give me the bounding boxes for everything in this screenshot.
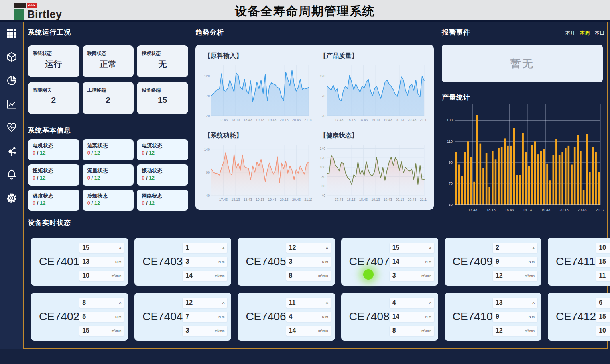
svg-text:19:13: 19:13 [256, 198, 264, 202]
sidebar-item-trend[interactable] [5, 98, 18, 112]
status-card: 设备终端15 [137, 82, 188, 114]
alarm-tab[interactable]: 本周 [580, 30, 590, 37]
device-card[interactable]: CE741013A9N·m12m³/min [445, 293, 541, 341]
device-card[interactable]: CE740611A4N·m14m³/min [238, 293, 335, 341]
device-values: 15A14N·m3m³/min [390, 243, 434, 281]
device-value-row: 8m³/min [390, 326, 434, 336]
device-values: 13A9N·m12m³/min [493, 298, 537, 336]
sidebar [0, 22, 23, 349]
panel-alarm-production: 报警事件 本月本周本日 暂无 产量统计 50709011013017:4318:… [442, 28, 604, 213]
svg-text:18:43: 18:43 [359, 198, 368, 202]
device-unit: m³/min [112, 329, 121, 333]
device-value: 11 [289, 299, 296, 306]
device-value-row: 12m³/min [493, 326, 537, 336]
device-value-row: 13A [493, 298, 537, 308]
info-separator: / [35, 200, 40, 206]
info-card-counts: 0 / 12 [33, 200, 79, 206]
sidebar-item-health[interactable] [5, 121, 18, 135]
svg-text:130: 130 [447, 118, 453, 122]
svg-text:90: 90 [206, 170, 210, 174]
device-card[interactable]: CE741110A15N·m11m³/min [548, 238, 610, 286]
svg-text:17:43: 17:43 [335, 118, 344, 122]
svg-text:17:43: 17:43 [219, 198, 228, 202]
device-card[interactable]: CE74092A9N·m12m³/min [445, 238, 541, 286]
svg-text:18:43: 18:43 [505, 208, 514, 212]
svg-text:140: 140 [320, 146, 325, 150]
production-title: 产量统计 [442, 93, 470, 102]
info-card: 扭矩状态0 / 12 [28, 164, 79, 186]
svg-text:21:13: 21:13 [304, 118, 312, 122]
info-card-counts: 0 / 12 [142, 150, 188, 156]
device-value: 12 [496, 327, 503, 334]
trend-chart-title: 【健康状态】 [320, 131, 428, 140]
device-values: 4A14N·m8m³/min [390, 298, 434, 336]
device-indicator-dot [363, 269, 374, 280]
device-card[interactable]: CE740512A3N·m8m³/min [238, 238, 335, 286]
device-card[interactable]: CE74031A3N·m14m³/min [134, 238, 231, 286]
svg-text:21:13: 21:13 [420, 118, 427, 122]
info-total: 12 [149, 175, 154, 181]
svg-text:80: 80 [322, 174, 326, 178]
device-value-row: 14N·m [390, 257, 434, 267]
info-current: 0 [142, 150, 144, 156]
device-name: CE7407 [349, 255, 390, 268]
sidebar-item-analytics[interactable] [5, 74, 18, 88]
device-value-row: 15N·m [596, 257, 610, 267]
device-card[interactable]: CE740412A7N·m3m³/min [134, 293, 231, 341]
device-value-row: 15N·m [596, 312, 610, 322]
device-value: 8 [289, 272, 293, 279]
info-current: 0 [87, 200, 90, 206]
sidebar-item-network[interactable] [5, 145, 18, 159]
sidebar-item-alarms[interactable] [5, 168, 18, 182]
info-card-label: 网络状态 [142, 192, 188, 200]
device-card[interactable]: CE74084A14N·m8m³/min [341, 293, 438, 341]
device-value-row: 9N·m [493, 312, 537, 322]
device-unit: A [119, 301, 121, 305]
device-card[interactable]: CE740115A13N·m10m³/min [31, 238, 128, 286]
svg-text:20:13: 20:13 [559, 208, 569, 212]
device-card[interactable]: CE74028A5N·m15m³/min [31, 293, 128, 341]
info-separator: / [145, 150, 149, 156]
device-value: 3 [185, 327, 189, 334]
device-values: 1A3N·m14m³/min [183, 243, 227, 281]
alarm-tab[interactable]: 本月 [565, 30, 575, 37]
alarm-tab[interactable]: 本日 [595, 30, 604, 37]
device-value: 13 [82, 258, 89, 265]
svg-text:50: 50 [449, 203, 453, 207]
sidebar-item-settings[interactable] [5, 192, 18, 205]
info-card-label: 电机状态 [33, 142, 79, 149]
svg-text:40: 40 [322, 194, 326, 198]
device-name: CE7406 [246, 310, 286, 323]
svg-text:70: 70 [449, 182, 453, 186]
device-values: 12A3N·m8m³/min [286, 243, 331, 281]
alarm-empty-card: 暂无 [442, 45, 603, 82]
device-value: 15 [599, 258, 606, 265]
info-card-label: 油泵状态 [87, 142, 134, 149]
device-unit: m³/min [421, 329, 431, 333]
device-value: 15 [599, 313, 606, 320]
device-value-row: 3N·m [183, 257, 227, 267]
device-name: CE7403 [142, 255, 183, 268]
status-card-label: 设备终端 [137, 82, 188, 94]
sidebar-item-model[interactable] [5, 51, 18, 65]
status-card: 工控终端2 [83, 82, 134, 114]
device-value-row: 4A [390, 298, 434, 308]
device-name: CE7405 [246, 255, 286, 268]
svg-text:20:13: 20:13 [396, 118, 404, 122]
info-card: 油泵状态0 / 12 [83, 139, 134, 160]
device-value-row: 14m³/min [183, 271, 227, 281]
device-card[interactable]: CE740715A14N·m3m³/min [341, 238, 438, 286]
svg-text:19:43: 19:43 [384, 118, 392, 122]
trend-chart-title: 【系统功耗】 [204, 131, 313, 140]
device-value: 3 [185, 258, 189, 265]
device-value-row: 5N·m [79, 312, 124, 322]
device-unit: m³/min [318, 274, 328, 278]
device-value: 10 [599, 244, 606, 251]
svg-text:100: 100 [320, 165, 325, 169]
trend-chart: 409014017:4318:1318:4319:1319:4320:1320:… [201, 141, 312, 203]
device-card[interactable]: CE74126A15N·m10m³/min [548, 293, 610, 341]
info-separator: / [35, 150, 40, 156]
sidebar-item-apps[interactable] [5, 27, 18, 41]
device-value-row: 11A [286, 298, 331, 308]
info-card: 流量状态0 / 12 [83, 164, 134, 186]
